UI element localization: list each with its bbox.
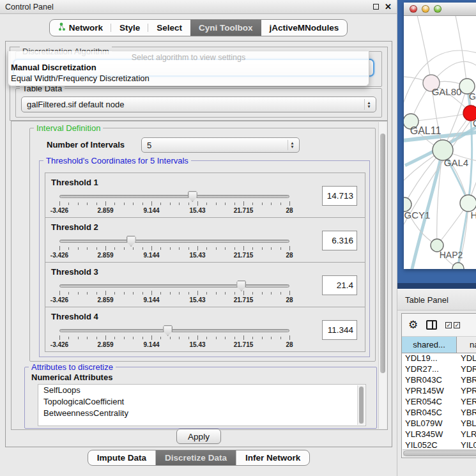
bottom-tabbar: Impute Data Discretize Data Infer Networ… — [88, 450, 310, 466]
float-window-icon[interactable] — [373, 4, 379, 10]
settings-vertical-scrollbar[interactable] — [378, 122, 387, 429]
tab-discretize-data[interactable]: Discretize Data — [156, 450, 236, 465]
table-row[interactable]: YBL079WYBL0 — [402, 418, 476, 429]
settings-scrollpane: Interval Definition Number of Intervals … — [11, 121, 388, 430]
num-intervals-combobox[interactable]: 5 ▲▼ — [141, 137, 300, 153]
attributes-group: Attributes to discretize Numerical Attri… — [24, 367, 377, 429]
threshold-4-slider[interactable]: -3.4262.8599.14415.4321.71528 — [59, 328, 289, 347]
slider-track[interactable] — [59, 195, 289, 198]
dropdown-option-manual-discretization[interactable]: Manual Discretization — [8, 62, 369, 73]
combobox-value: galFiltered.sif default node — [27, 100, 124, 109]
network-node-label: GAL11 — [410, 125, 441, 136]
network-node-label: H — [471, 210, 476, 220]
network-node-label: GA — [469, 91, 476, 102]
table-row[interactable]: YBR043CYBR0 — [402, 375, 476, 386]
split-columns-icon[interactable] — [426, 320, 437, 330]
table-row[interactable]: YPR145WYPR1 — [402, 386, 476, 397]
slider-thumb[interactable] — [188, 191, 197, 202]
top-tabbar: Network Style Select Cyni Toolbox jActiv… — [49, 19, 348, 36]
attributes-listbox[interactable]: SelfLoopsTopologicalCoefficientBetweenne… — [38, 384, 366, 426]
algorithm-dropdown-popup: Select algorithm to view settings Manual… — [8, 51, 369, 86]
checkbox-checked-icon[interactable]: ✓ — [445, 322, 452, 328]
cyni-toolbox-panel: Discretization Algorithm Table Data galF… — [5, 41, 392, 447]
close-icon[interactable]: ✕ — [385, 4, 392, 10]
dropdown-option-equal-width-frequency[interactable]: Equal Width/Frequency Discretization — [8, 73, 369, 84]
threshold-3-panel: Threshold 3 -3.4262.8599.14415.4321.7152… — [45, 262, 365, 307]
threshold-label: Threshold 2 — [51, 222, 98, 232]
slider-tick-labels: -3.4262.8599.14415.4321.71528 — [59, 296, 289, 304]
tab-style[interactable]: Style — [111, 20, 148, 36]
tab-label: jActiveMNodules — [270, 23, 339, 33]
slider-thumb[interactable] — [127, 236, 136, 247]
attribute-list-item[interactable]: BetweennessCentrality — [38, 408, 365, 419]
threshold-1-slider[interactable]: -3.4262.8599.14415.4321.71528 — [59, 194, 289, 213]
attributes-scrollbar[interactable] — [357, 385, 365, 425]
tab-select[interactable]: Select — [148, 20, 190, 36]
slider-thumb[interactable] — [163, 325, 173, 336]
column-header-shared-name[interactable]: shared... — [402, 337, 457, 353]
threshold-2-panel: Threshold 2 -3.4262.8599.14415.4321.7152… — [45, 217, 365, 263]
group-title: Attributes to discretize — [29, 362, 116, 372]
tab-network[interactable]: Network — [50, 20, 111, 36]
close-traffic-light-icon[interactable] — [410, 5, 417, 13]
slider-track[interactable] — [59, 284, 289, 288]
tab-jactivemnodules[interactable]: jActiveMNodules — [261, 20, 348, 36]
tab-infer-network[interactable]: Infer Network — [236, 450, 309, 465]
network-icon — [58, 22, 66, 33]
attribute-list-item[interactable]: TopologicalCoefficient — [38, 396, 365, 408]
threshold-3-slider[interactable]: -3.4262.8599.14415.4321.71528 — [59, 283, 289, 302]
table-panel-title: Table Panel — [405, 295, 449, 305]
tab-label: Select — [157, 23, 182, 33]
slider-tick-labels: -3.4262.8599.14415.4321.71528 — [59, 341, 289, 349]
network-node-label: C — [473, 118, 476, 128]
numerical-attributes-label: Numerical Attributes — [31, 372, 112, 382]
threshold-2-slider[interactable]: -3.4262.8599.14415.4321.71528 — [59, 238, 289, 257]
network-node[interactable] — [452, 263, 464, 269]
attribute-list-item[interactable]: SelfLoops — [38, 385, 365, 396]
network-node-label: GCY1 — [404, 210, 431, 220]
threshold-label: Threshold 3 — [51, 267, 98, 277]
slider-track[interactable] — [59, 240, 289, 243]
table-row[interactable]: YER054CYER0 — [402, 397, 476, 408]
slider-ticks — [59, 335, 289, 341]
slider-tick-labels: -3.4262.8599.14415.4321.71528 — [59, 252, 289, 259]
table-row[interactable]: YDR27...YDR2 — [402, 364, 476, 375]
apply-button[interactable]: Apply — [176, 429, 221, 444]
table-row[interactable]: YLR345WYLR3 — [402, 429, 476, 440]
stepper-arrows-icon: ▲▼ — [288, 140, 296, 150]
group-title: Threshold's Coordinates for 5 Intervals — [43, 156, 191, 165]
table-toolbar: ⚙ ✓ ✓ — [402, 314, 476, 337]
threshold-3-value-field[interactable]: 21.4 — [322, 275, 357, 295]
table-data-combobox[interactable]: galFiltered.sif default node ▲▼ — [21, 96, 376, 112]
threshold-2-value-field[interactable]: 6.316 — [322, 231, 357, 250]
network-canvas[interactable]: GAL80GACGAL11GAL4GCY1HHAP2 — [404, 16, 476, 269]
network-node-label: GAL80 — [432, 86, 462, 97]
group-title: Interval Definition — [34, 123, 103, 133]
zoom-traffic-light-icon[interactable] — [434, 5, 441, 13]
network-node-label: GAL4 — [444, 157, 468, 168]
table-row[interactable]: YBR045CYBR0 — [402, 408, 476, 418]
checkbox-checked-icon[interactable]: ✓ — [454, 322, 460, 328]
control-panel-window: Control Panel ✕ Network — [0, 0, 397, 476]
table-horizontal-scrollbar[interactable] — [403, 449, 476, 457]
num-intervals-label: Number of Intervals — [47, 140, 125, 150]
tab-cyni-toolbox[interactable]: Cyni Toolbox — [190, 20, 261, 36]
threshold-1-value-field[interactable]: 14.713 — [322, 186, 357, 206]
gear-icon[interactable]: ⚙ — [408, 319, 418, 330]
threshold-4-value-field[interactable]: 11.344 — [322, 320, 357, 340]
network-edge-highlighted — [467, 86, 472, 203]
dropdown-hint: Select algorithm to view settings — [8, 51, 369, 62]
column-header-name[interactable]: na — [457, 337, 476, 353]
threshold-label: Threshold 1 — [51, 178, 98, 187]
minimize-traffic-light-icon[interactable] — [422, 5, 429, 13]
tab-impute-data[interactable]: Impute Data — [88, 450, 156, 465]
tab-label: Network — [69, 23, 103, 33]
slider-ticks — [59, 291, 289, 296]
node-table: ⚙ ✓ ✓ shared... na YDL19...YDL1YDR27...Y… — [401, 313, 476, 458]
table-row[interactable]: YDL19...YDL1 — [402, 353, 476, 364]
slider-thumb[interactable] — [236, 280, 246, 291]
table-panel-titlebar: Table Panel — [397, 289, 476, 311]
thresholds-group: Threshold's Coordinates for 5 Intervals … — [39, 160, 370, 357]
tab-label: Cyni Toolbox — [199, 23, 253, 33]
slider-track[interactable] — [59, 329, 289, 332]
